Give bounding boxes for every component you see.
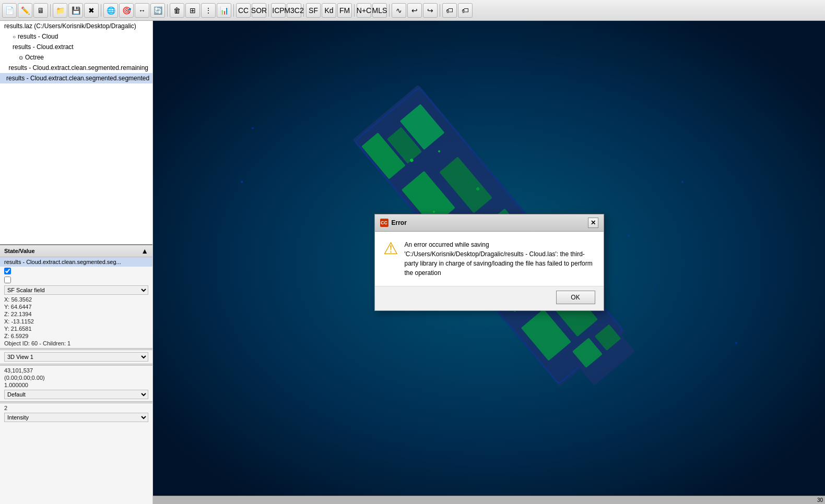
- tool-save[interactable]: 💾: [68, 3, 83, 18]
- menu-file[interactable]: 📄: [2, 3, 17, 18]
- tree-item-segmented[interactable]: results - Cloud.extract.clean.segmented.…: [0, 73, 152, 83]
- tool-classify1[interactable]: 🏷: [442, 3, 457, 18]
- error-title-text: Error: [392, 219, 407, 226]
- left-panel: results.laz (C:/Users/Korisnik/Desktop/D…: [0, 21, 153, 504]
- divider1: [0, 348, 152, 350]
- tool-redo[interactable]: ↪: [423, 3, 438, 18]
- scale-value: 1.000000: [0, 381, 152, 389]
- viewport-area: [GL filter] EyeDome Lighting (disable no…: [153, 21, 825, 504]
- tool-close[interactable]: ✖: [84, 3, 99, 18]
- error-title-left: CC Error: [380, 219, 407, 227]
- coord-z2: Z: 6.5929: [0, 332, 152, 340]
- error-dialog-overlay: CC Error ✕ ⚠ An error occurred while sav…: [153, 21, 825, 504]
- coord-y2: Y: 21.6581: [0, 325, 152, 332]
- display-row: 3D View 1: [0, 351, 152, 363]
- tool-rotate[interactable]: 🔄: [150, 3, 165, 18]
- tool-m3c2[interactable]: M3C2: [287, 3, 301, 18]
- selected-item-display: results - Cloud.extract.clean.segmented.…: [0, 257, 152, 267]
- tool-nc[interactable]: N+C: [357, 3, 371, 18]
- sep8: [389, 4, 390, 17]
- sep1: [50, 4, 51, 17]
- properties-header-label: State/Value: [4, 248, 35, 254]
- sep2: [101, 4, 101, 17]
- active-sf-row: Intensity SF Scalar field: [0, 412, 152, 423]
- circle-icon: ○: [13, 34, 16, 40]
- tool-cc[interactable]: CC: [236, 3, 251, 18]
- menu-display[interactable]: 🖥: [33, 3, 48, 18]
- tool-mls[interactable]: MLS: [372, 3, 387, 18]
- tree-item-label: results - Cloud.extract.clean.segmented.…: [6, 75, 149, 82]
- tree-item-label: results.laz (C:/Users/Korisnik/Desktop/D…: [4, 22, 136, 30]
- menu-edit[interactable]: ✏️: [18, 3, 32, 18]
- sf-count: 2: [0, 404, 152, 412]
- scalar-field-select[interactable]: SF Scalar field Intensity: [4, 285, 148, 295]
- toolbar: 📄 ✏️ 🖥 📁 💾 ✖ 🌐 🎯 ↔ 🔄 🗑 ⊞ ⋮ 📊 CC SOR ICP …: [0, 0, 825, 21]
- sep6: [303, 4, 304, 17]
- collapse-icon[interactable]: ▲: [141, 247, 148, 255]
- tool-trace[interactable]: ∿: [392, 3, 406, 18]
- divider2: [0, 364, 152, 366]
- tree-item-results-extract[interactable]: results - Cloud.extract: [0, 42, 152, 52]
- tool-pick[interactable]: 🎯: [119, 3, 134, 18]
- visible-3d-row: [0, 275, 152, 284]
- error-title-bar: CC Error ✕: [375, 214, 604, 232]
- scalar-field-row: SF Scalar field Intensity: [0, 284, 152, 296]
- properties-header: State/Value ▲: [0, 245, 152, 257]
- coord-z1: Z: 22.1394: [0, 310, 152, 318]
- tree-item-results-laz[interactable]: results.laz (C:/Users/Korisnik/Desktop/D…: [0, 21, 152, 31]
- tool-open[interactable]: 📁: [53, 3, 67, 18]
- error-message-text: An error occurred while saving 'C:/Users…: [405, 240, 595, 278]
- cc-logo-icon: CC: [380, 219, 388, 227]
- tool-icp[interactable]: ICP: [271, 3, 286, 18]
- active-sf-select[interactable]: Intensity SF Scalar field: [4, 413, 148, 422]
- tool-translate[interactable]: ↔: [135, 3, 149, 18]
- octree-icon: ⊙: [19, 55, 23, 61]
- tree-item-label: results - Cloud.extract: [13, 43, 74, 51]
- color-scale-row: Default: [0, 389, 152, 400]
- tool-classify2[interactable]: 🏷: [458, 3, 473, 18]
- tree-item-octree[interactable]: ⊙ Octree: [0, 52, 152, 63]
- sep9: [440, 4, 440, 17]
- visible-checkbox[interactable]: [4, 268, 11, 274]
- sep5: [268, 4, 269, 17]
- divider3: [0, 401, 152, 403]
- tool-fm[interactable]: FM: [337, 3, 352, 18]
- coord-x1: X: 56.3562: [0, 296, 152, 303]
- error-body: ⚠ An error occurred while saving 'C:/Use…: [375, 232, 604, 286]
- tool-kd[interactable]: Kd: [322, 3, 336, 18]
- tool-undo[interactable]: ↩: [407, 3, 422, 18]
- error-dialog: CC Error ✕ ⚠ An error occurred while sav…: [374, 214, 604, 311]
- tool-sf[interactable]: SF: [306, 3, 321, 18]
- sep3: [167, 4, 168, 17]
- coord-y1: Y: 64.6447: [0, 303, 152, 310]
- tree-item-label: results - Cloud: [18, 33, 58, 40]
- tree-item-label: results - Cloud.extract.clean.segmented.…: [9, 64, 148, 71]
- tool-sor[interactable]: SOR: [252, 3, 266, 18]
- scene-tree[interactable]: results.laz (C:/Users/Korisnik/Desktop/D…: [0, 21, 152, 245]
- tree-item-results-cloud[interactable]: ○ results - Cloud: [0, 31, 152, 42]
- ok-button[interactable]: OK: [556, 291, 595, 304]
- error-footer: OK: [375, 286, 604, 310]
- color-scale-select[interactable]: Default: [4, 390, 148, 399]
- tool-delete[interactable]: 🗑: [170, 3, 184, 18]
- tool-global[interactable]: 🌐: [103, 3, 118, 18]
- visible-row: [0, 267, 152, 275]
- properties-panel: State/Value ▲ results - Cloud.extract.cl…: [0, 245, 152, 504]
- object-id: Object ID: 60 - Children: 1: [0, 340, 152, 347]
- warning-icon: ⚠: [383, 240, 398, 257]
- tool-merge[interactable]: ⊞: [185, 3, 200, 18]
- center-coord: (0.00;0.00;0.00): [0, 374, 152, 381]
- main-layout: results.laz (C:/Users/Korisnik/Desktop/D…: [0, 21, 825, 504]
- sep4: [233, 4, 234, 17]
- tool-subsample[interactable]: ⋮: [201, 3, 216, 18]
- tree-item-label: Octree: [25, 54, 44, 61]
- error-close-button[interactable]: ✕: [588, 218, 598, 228]
- sep7: [354, 4, 355, 17]
- display-select[interactable]: 3D View 1: [4, 352, 148, 362]
- tool-stats[interactable]: 📊: [217, 3, 231, 18]
- points-count: 43,101,537: [0, 367, 152, 374]
- coord-x2: X: -13.1152: [0, 318, 152, 325]
- tree-item-remaining[interactable]: results - Cloud.extract.clean.segmented.…: [0, 63, 152, 73]
- visible-3d-checkbox[interactable]: [4, 277, 11, 283]
